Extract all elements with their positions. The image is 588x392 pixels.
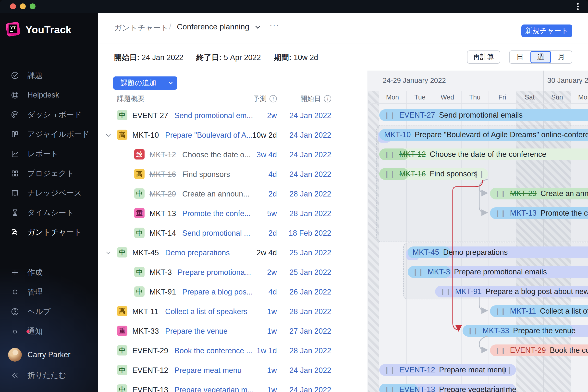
issue-id: MKT-91 xyxy=(150,288,176,296)
bar-drag-handle-icon[interactable]: ❙❙ xyxy=(384,386,396,392)
table-row-EVENT-27[interactable]: 中EVENT-27Send promotional em...2w24 Jan … xyxy=(98,105,368,125)
table-row-MKT-14[interactable]: 中MKT-14Send promotional ...2d18 Feb 2022 xyxy=(98,223,368,242)
bar-drag-handle-icon[interactable]: ❙❙ xyxy=(384,170,396,178)
issue-start-date[interactable]: 25 Jan 2022 xyxy=(289,248,331,257)
table-row-MKT-11[interactable]: 高MKT-11Collect a list of speakers1w28 Ja… xyxy=(98,301,368,321)
table-row-MKT-13[interactable]: 重MKT-13Promote the confe...5w28 Jan 2022 xyxy=(98,203,368,223)
add-issue-dropdown-button[interactable] xyxy=(164,76,178,90)
column-estimate[interactable]: 予測i xyxy=(253,94,277,104)
chart-title-chevron-down-icon[interactable] xyxy=(255,24,260,29)
bar-drag-handle-icon[interactable]: ❙❙ xyxy=(473,170,484,178)
issue-title-link[interactable]: Prepare a blog pos... xyxy=(182,288,253,296)
column-start[interactable]: 開始日i xyxy=(300,94,331,104)
expand-chevron-icon[interactable] xyxy=(106,250,110,254)
table-row-MKT-91[interactable]: 中MKT-91Prepare a blog pos...4d26 Jan 202… xyxy=(98,282,368,301)
recalculate-button[interactable]: 再計算 xyxy=(467,50,500,64)
zoom-option-0[interactable]: 日 xyxy=(510,51,530,63)
bar-drag-handle-icon[interactable]: ❙❙ xyxy=(412,268,424,276)
issue-title-link[interactable]: Prepare promotiona... xyxy=(178,268,251,277)
user-menu[interactable]: Carry Parker xyxy=(0,346,98,364)
issue-title-link[interactable]: Prepare the venue xyxy=(165,327,228,336)
sidebar-item-hourglass[interactable]: タイムシート xyxy=(0,205,98,220)
sidebar-item-book[interactable]: ナレッジベース xyxy=(0,185,98,201)
bar-drag-handle-icon[interactable]: ❙❙ xyxy=(501,386,512,392)
bar-drag-handle-icon[interactable]: ❙❙ xyxy=(384,366,396,374)
table-row-MKT-33[interactable]: 重MKT-33Prepare the venue1w27 Jan 2022 xyxy=(98,321,368,340)
chart-title[interactable]: Conference planning xyxy=(177,22,249,31)
expand-chevron-icon[interactable] xyxy=(106,132,110,136)
bar-drag-handle-icon[interactable]: ❙❙ xyxy=(501,366,512,374)
issue-title-link[interactable]: Send promotional ... xyxy=(182,229,250,238)
issue-start-date[interactable]: 24 Jan 2022 xyxy=(289,150,331,159)
sidebar-item-check-circle[interactable]: 課題 xyxy=(0,68,98,83)
issue-start-date[interactable]: 28 Jan 2022 xyxy=(289,190,331,198)
issue-start-date[interactable]: 24 Jan 2022 xyxy=(289,111,331,120)
issue-start-date[interactable]: 24 Jan 2022 xyxy=(289,131,331,140)
sidebar-item-plus[interactable]: 作成 xyxy=(0,264,98,280)
sidebar-item-board[interactable]: アジャイルボード xyxy=(0,126,98,142)
issue-title-link[interactable]: Create an announ... xyxy=(182,190,250,198)
column-summary[interactable]: 課題概要 xyxy=(117,94,144,104)
sidebar-item-gauge[interactable]: ダッシュボード xyxy=(0,107,98,122)
issue-start-date[interactable]: 27 Jan 2022 xyxy=(289,327,331,336)
add-issue-button[interactable]: 課題の追加 xyxy=(113,76,178,90)
table-row-MKT-16[interactable]: 高MKT-16Find sponsors4d24 Jan 2022 xyxy=(98,164,368,184)
zoom-window-icon[interactable] xyxy=(30,4,36,9)
bar-drag-handle-icon[interactable]: ❙❙ xyxy=(495,308,506,315)
sidebar-item-help[interactable]: ヘルプ xyxy=(0,304,98,320)
issue-title-link[interactable]: Prepare vegetarian m... xyxy=(174,386,254,392)
issue-title-link[interactable]: Prepare "Boulevard of A... xyxy=(165,131,252,140)
new-chart-button[interactable]: 新規チャート xyxy=(521,24,572,37)
more-actions-button[interactable]: ··· xyxy=(270,20,279,30)
issue-title-link[interactable]: Send promotional em... xyxy=(174,111,253,120)
issue-start-date[interactable]: 25 Jan 2022 xyxy=(289,268,331,277)
youtrack-logo-icon[interactable]: YT xyxy=(6,22,20,36)
issue-title-link[interactable]: Promote the confe... xyxy=(182,209,251,218)
table-row-MKT-3[interactable]: 中MKT-3Prepare promotiona...2w25 Jan 2022 xyxy=(98,262,368,282)
table-row-EVENT-13[interactable]: 中EVENT-13Prepare vegetarian m...1w24 Jan… xyxy=(98,380,368,392)
sidebar-item-helpdesk[interactable]: Helpdesk xyxy=(0,87,98,103)
close-window-icon[interactable] xyxy=(10,4,16,9)
bar-issue-id: MKT-33 xyxy=(483,326,509,335)
sidebar-item-gear[interactable]: 管理 xyxy=(0,284,98,300)
issue-start-date[interactable]: 28 Jan 2022 xyxy=(289,307,331,316)
bar-drag-handle-icon[interactable]: ❙❙ xyxy=(384,151,396,158)
bar-drag-handle-icon[interactable]: ❙❙ xyxy=(495,210,506,217)
table-row-EVENT-12[interactable]: 中EVENT-12Prepare meat menu1w24 Jan 2022 xyxy=(98,360,368,380)
sidebar-item-report-chart[interactable]: レポート xyxy=(0,146,98,162)
issue-start-date[interactable]: 28 Jan 2022 xyxy=(289,209,331,218)
issue-start-date[interactable]: 24 Jan 2022 xyxy=(289,386,331,392)
start-info-icon[interactable]: i xyxy=(324,95,331,102)
sidebar-collapse-button[interactable]: 折りたたむ xyxy=(0,368,98,383)
issue-start-date[interactable]: 18 Feb 2022 xyxy=(288,229,331,238)
bar-drag-handle-icon[interactable]: ❙❙ xyxy=(468,327,479,335)
table-row-MKT-29[interactable]: 中MKT-29Create an announ...2d28 Jan 2022 xyxy=(98,184,368,203)
issue-title-link[interactable]: Choose the date o... xyxy=(182,150,251,159)
issue-title-link[interactable]: Find sponsors xyxy=(182,170,230,179)
estimate-info-icon[interactable]: i xyxy=(270,95,277,102)
issue-title-link[interactable]: Book the conference ... xyxy=(174,346,252,355)
bar-drag-handle-icon[interactable]: ❙❙ xyxy=(495,347,506,354)
sidebar-item-gantt[interactable]: ガントチャート xyxy=(0,224,98,240)
table-row-MKT-12[interactable]: 致MKT-12Choose the date o...3w 4d24 Jan 2… xyxy=(98,144,368,164)
sidebar-item-bell[interactable]: 通知 xyxy=(0,324,98,339)
breadcrumb-section[interactable]: ガントチャート xyxy=(114,23,168,33)
issue-start-date[interactable]: 26 Jan 2022 xyxy=(289,288,331,296)
minimize-window-icon[interactable] xyxy=(20,4,26,9)
sidebar-item-grid[interactable]: プロジェクト xyxy=(0,166,98,181)
table-row-MKT-10[interactable]: 高MKT-10Prepare "Boulevard of A...10w 2d2… xyxy=(98,125,368,144)
bar-drag-handle-icon[interactable]: ❙❙ xyxy=(495,190,506,198)
table-row-EVENT-29[interactable]: 中EVENT-29Book the conference ...1w 1d28 … xyxy=(98,340,368,360)
issue-start-date[interactable]: 24 Jan 2022 xyxy=(289,170,331,179)
issue-title-link[interactable]: Collect a list of speakers xyxy=(165,307,248,316)
zoom-option-2[interactable]: 月 xyxy=(551,51,572,63)
issue-title-link[interactable]: Demo preparations xyxy=(165,248,230,257)
issue-start-date[interactable]: 24 Jan 2022 xyxy=(289,366,331,375)
bar-drag-handle-icon[interactable]: ❙❙ xyxy=(384,112,396,119)
zoom-option-1[interactable]: 週 xyxy=(530,51,551,63)
window-kebab-menu-icon[interactable] xyxy=(574,3,581,10)
issue-title-link[interactable]: Prepare meat menu xyxy=(174,366,242,375)
bar-drag-handle-icon[interactable]: ❙❙ xyxy=(440,288,451,296)
issue-start-date[interactable]: 28 Jan 2022 xyxy=(289,346,331,355)
table-row-MKT-45[interactable]: 中MKT-45Demo preparations2w 4d25 Jan 2022 xyxy=(98,242,368,262)
